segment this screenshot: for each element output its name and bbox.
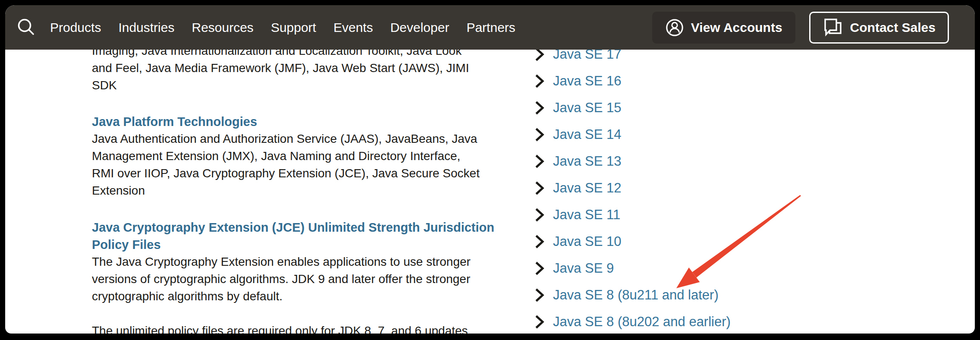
nav-item-products[interactable]: Products — [50, 20, 101, 35]
version-link: Java SE 8 (8u202 and earlier) — [553, 314, 731, 330]
paragraph-unlimited-policy: The unlimited policy files are required … — [92, 322, 506, 334]
paragraph-desktop-technologies: Imaging, Java Internationalization and L… — [92, 42, 506, 94]
view-accounts-button[interactable]: View Accounts — [652, 12, 795, 44]
chevron-right-icon — [534, 154, 545, 169]
browser-page: Products Industries Resources Support Ev… — [5, 5, 975, 334]
nav-item-developer[interactable]: Developer — [390, 20, 449, 35]
view-accounts-label: View Accounts — [691, 20, 782, 35]
paragraph-platform-technologies: Java Authentication and Authorization Se… — [92, 130, 506, 199]
nav-actions: View Accounts Contact Sales — [652, 5, 949, 50]
contact-sales-button[interactable]: Contact Sales — [809, 12, 949, 44]
nav-item-support[interactable]: Support — [271, 20, 316, 35]
nav-item-industries[interactable]: Industries — [118, 20, 174, 35]
link-java-platform-technologies[interactable]: Java Platform Technologies — [92, 113, 506, 130]
list-item-java-se-12[interactable]: Java SE 12 — [534, 179, 622, 197]
list-item-java-se-15[interactable]: Java SE 15 — [534, 99, 622, 116]
version-link: Java SE 11 — [553, 207, 620, 223]
list-item-java-se-8u202[interactable]: Java SE 8 (8u202 and earlier) — [534, 313, 731, 331]
chevron-right-icon — [534, 261, 545, 276]
paragraph-jce-description: The Java Cryptography Extension enables … — [92, 253, 506, 305]
chevron-right-icon — [534, 234, 545, 249]
search-icon[interactable] — [16, 17, 36, 38]
version-link: Java SE 14 — [553, 127, 622, 142]
link-jce-policy-files[interactable]: Java Cryptography Extension (JCE) Unlimi… — [92, 219, 506, 253]
chevron-right-icon — [534, 181, 545, 195]
chevron-right-icon — [534, 288, 545, 302]
chevron-right-icon — [534, 74, 545, 88]
list-item-java-se-10[interactable]: Java SE 10 — [534, 233, 622, 250]
screenshot-frame: Products Industries Resources Support Ev… — [0, 0, 980, 340]
nav-item-partners[interactable]: Partners — [466, 20, 515, 35]
top-navigation-bar: Products Industries Resources Support Ev… — [5, 5, 975, 50]
version-link: Java SE 9 — [553, 261, 614, 276]
nav-item-resources[interactable]: Resources — [192, 20, 253, 35]
version-link: Java SE 15 — [553, 100, 622, 116]
version-link: Java SE 12 — [553, 180, 622, 196]
chat-bubbles-icon — [823, 17, 843, 38]
version-link: Java SE 10 — [553, 234, 622, 249]
nav-item-events[interactable]: Events — [333, 20, 373, 35]
nav-menu: Products Industries Resources Support Ev… — [50, 5, 515, 50]
list-item-java-se-14[interactable]: Java SE 14 — [534, 126, 622, 143]
chevron-right-icon — [534, 127, 545, 142]
chevron-right-icon — [534, 208, 545, 222]
chevron-right-icon — [534, 101, 545, 115]
list-item-java-se-13[interactable]: Java SE 13 — [534, 153, 622, 170]
list-item-java-se-9[interactable]: Java SE 9 — [534, 260, 614, 277]
list-item-java-se-8u211[interactable]: Java SE 8 (8u211 and later) — [534, 286, 719, 304]
version-link: Java SE 16 — [553, 73, 622, 89]
version-link: Java SE 8 (8u211 and later) — [553, 287, 719, 303]
chevron-right-icon — [534, 315, 545, 329]
contact-sales-label: Contact Sales — [850, 20, 936, 35]
person-circle-icon — [665, 18, 684, 37]
list-item-java-se-16[interactable]: Java SE 16 — [534, 72, 622, 90]
list-item-java-se-11[interactable]: Java SE 11 — [534, 206, 620, 224]
version-link: Java SE 13 — [553, 154, 622, 169]
